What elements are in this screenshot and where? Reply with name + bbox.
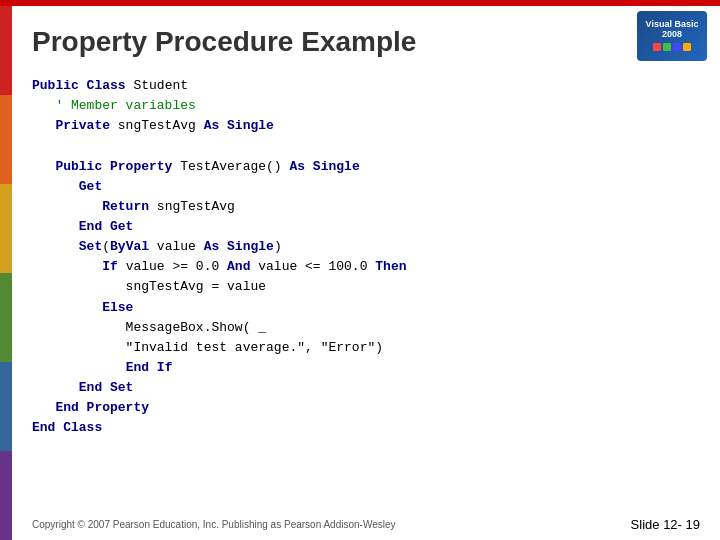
code-line-14: "Invalid test average.", "Error") — [32, 338, 700, 358]
code-line-7: Return sngTestAvg — [32, 197, 700, 217]
code-line-11: sngTestAvg = value — [32, 277, 700, 297]
code-line-6: Get — [32, 177, 700, 197]
code-line-3: Private sngTestAvg As Single — [32, 116, 700, 136]
slide-number: Slide 12- 19 — [631, 517, 700, 532]
main-content: Property Procedure Example Public Class … — [12, 6, 720, 540]
code-line-17: End Property — [32, 398, 700, 418]
code-line-13: MessageBox.Show( _ — [32, 318, 700, 338]
page-title: Property Procedure Example — [32, 26, 700, 58]
code-block: Public Class Student ' Member variables … — [32, 76, 700, 439]
code-line-2: ' Member variables — [32, 96, 700, 116]
code-line-4 — [32, 136, 700, 156]
code-line-9: Set(ByVal value As Single) — [32, 237, 700, 257]
code-line-5: Public Property TestAverage() As Single — [32, 157, 700, 177]
strip-green — [0, 273, 12, 362]
strip-blue — [0, 362, 12, 451]
code-line-1: Public Class Student — [32, 76, 700, 96]
strip-yellow — [0, 184, 12, 273]
code-line-10: If value >= 0.0 And value <= 100.0 Then — [32, 257, 700, 277]
code-line-16: End Set — [32, 378, 700, 398]
strip-orange — [0, 95, 12, 184]
strip-purple — [0, 451, 12, 540]
code-line-8: End Get — [32, 217, 700, 237]
copyright-text: Copyright © 2007 Pearson Education, Inc.… — [32, 519, 396, 530]
code-line-12: Else — [32, 298, 700, 318]
left-strips — [0, 6, 12, 540]
code-line-18: End Class — [32, 418, 700, 438]
strip-red — [0, 6, 12, 95]
footer: Copyright © 2007 Pearson Education, Inc.… — [12, 517, 720, 532]
code-line-15: End If — [32, 358, 700, 378]
